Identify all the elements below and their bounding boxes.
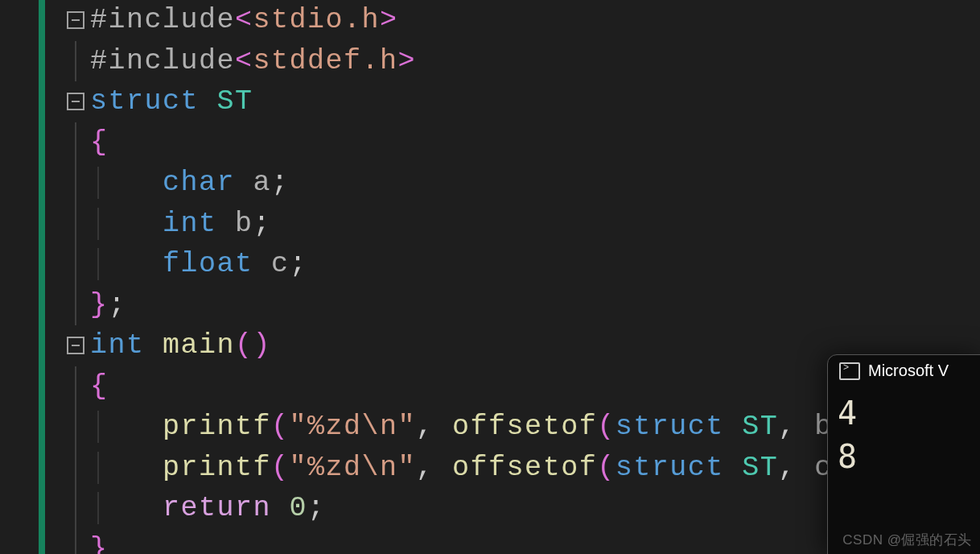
- terminal-output[interactable]: 4 8: [828, 383, 980, 478]
- terminal-title-text: Microsoft V: [868, 362, 949, 380]
- code-line[interactable]: #include<stddef.h>: [0, 41, 887, 82]
- code-token: int: [163, 208, 217, 240]
- code-token: <: [235, 45, 253, 77]
- code-line[interactable]: printf("%zd\n", offsetof(struct ST, c));: [0, 448, 887, 489]
- gutter: [0, 81, 90, 122]
- code-content: #include<stddef.h>: [90, 45, 416, 77]
- fold-guide-line: [75, 41, 76, 82]
- code-token: main: [163, 329, 235, 362]
- indent-guide: [97, 492, 99, 524]
- indent-guide: [97, 248, 99, 280]
- fold-toggle-icon[interactable]: [67, 337, 84, 354]
- gutter: [0, 244, 90, 285]
- fold-guide-line: [75, 407, 76, 448]
- terminal-output-line: 4: [838, 391, 971, 435]
- code-token: }: [90, 289, 109, 321]
- indent-guide: [97, 208, 99, 240]
- gutter: [0, 122, 90, 163]
- code-line[interactable]: };: [0, 285, 887, 326]
- gutter: [0, 0, 90, 41]
- code-line[interactable]: printf("%zd\n", offsetof(struct ST, b));: [0, 407, 887, 448]
- code-token: [253, 248, 272, 280]
- gutter: [0, 41, 90, 82]
- code-content: }: [90, 533, 109, 554]
- code-token: (: [271, 411, 290, 443]
- code-token: struct: [616, 411, 724, 443]
- code-token: >: [380, 4, 398, 36]
- code-token: [199, 85, 217, 118]
- fold-guide-line: [75, 488, 76, 529]
- code-token: ;: [271, 167, 290, 199]
- fold-guide-line: [75, 285, 76, 326]
- code-token: ,: [416, 452, 452, 484]
- code-token: [724, 411, 743, 443]
- code-token: <: [235, 4, 253, 36]
- code-token: {: [90, 370, 109, 403]
- code-token: ;: [109, 289, 127, 321]
- code-token: (: [597, 411, 616, 443]
- code-content: int main(): [90, 329, 271, 362]
- code-token: ST: [217, 85, 253, 118]
- code-token: ;: [253, 208, 272, 240]
- code-token: ST: [742, 452, 778, 484]
- code-token: [235, 167, 253, 199]
- fold-toggle-icon[interactable]: [67, 11, 84, 29]
- code-line[interactable]: int main(): [0, 325, 887, 366]
- code-token: ;: [307, 492, 326, 524]
- code-token: [271, 492, 290, 524]
- terminal-titlebar[interactable]: Microsoft V: [828, 355, 980, 383]
- code-line[interactable]: }: [0, 529, 887, 555]
- code-token: ,: [778, 411, 814, 443]
- code-content: float c;: [90, 248, 307, 280]
- fold-guide-line: [75, 204, 76, 245]
- fold-guide-line: [75, 163, 76, 204]
- code-line[interactable]: float c;: [0, 244, 887, 285]
- gutter: [0, 529, 90, 555]
- code-token: stdio.h: [253, 4, 381, 36]
- code-token: ,: [778, 452, 814, 484]
- code-token: [217, 208, 236, 240]
- indent-guide: [97, 167, 99, 199]
- gutter: [0, 204, 90, 245]
- code-token: printf: [163, 411, 271, 443]
- code-line[interactable]: {: [0, 122, 887, 163]
- code-line[interactable]: char a;: [0, 163, 887, 204]
- code-line[interactable]: #include<stdio.h>: [0, 0, 887, 41]
- code-content: return 0;: [90, 492, 326, 524]
- code-token: #include: [90, 4, 235, 36]
- code-token: "%zd\n": [290, 411, 417, 443]
- code-content: {: [90, 370, 109, 403]
- gutter: [0, 325, 90, 366]
- gutter: [0, 366, 90, 407]
- terminal-window[interactable]: Microsoft V 4 8: [827, 354, 980, 554]
- code-token: offsetof: [452, 452, 597, 484]
- fold-guide-line: [75, 448, 76, 489]
- code-line[interactable]: struct ST: [0, 81, 887, 122]
- code-token: }: [90, 533, 109, 554]
- code-token: ,: [416, 411, 452, 443]
- code-token: ;: [290, 248, 308, 280]
- code-token: b: [235, 208, 253, 240]
- code-area[interactable]: #include<stdio.h>#include<stddef.h>struc…: [0, 0, 887, 554]
- code-content: printf("%zd\n", offsetof(struct ST, c));: [90, 452, 887, 484]
- code-token: c: [271, 248, 290, 280]
- code-token: #include: [90, 45, 235, 77]
- code-token: int: [90, 329, 145, 362]
- indent-guide: [97, 452, 99, 484]
- code-line[interactable]: int b;: [0, 204, 887, 245]
- code-token: >: [398, 45, 417, 77]
- code-line[interactable]: return 0;: [0, 488, 887, 529]
- code-token: {: [90, 126, 109, 159]
- code-token: (: [271, 452, 290, 484]
- gutter: [0, 407, 90, 448]
- fold-toggle-icon[interactable]: [67, 93, 84, 110]
- code-token: printf: [163, 452, 271, 484]
- terminal-icon: [839, 362, 860, 380]
- code-content: #include<stdio.h>: [90, 4, 398, 36]
- code-line[interactable]: {: [0, 366, 887, 407]
- fold-guide-line: [75, 122, 76, 163]
- fold-guide-line: [75, 529, 76, 555]
- code-token: ST: [742, 411, 778, 443]
- code-token: stddef.h: [253, 45, 398, 77]
- code-token: struct: [90, 85, 199, 118]
